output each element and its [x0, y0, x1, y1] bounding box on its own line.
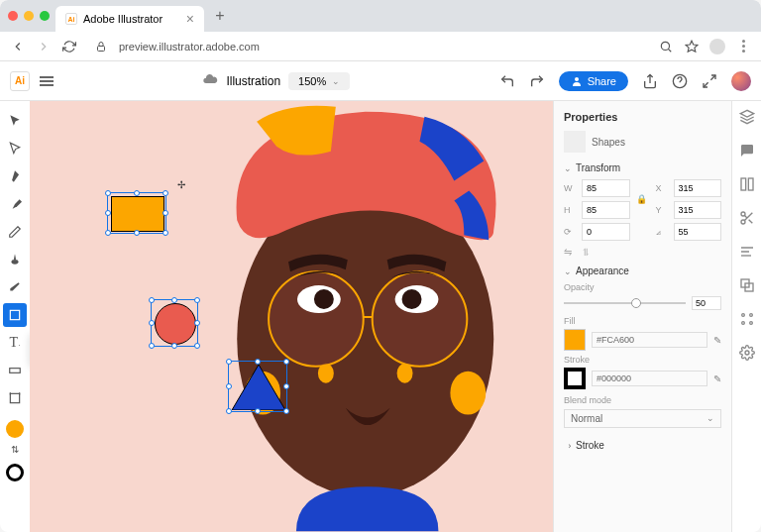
blend-mode-dropdown[interactable]: Normal⌄ [564, 409, 721, 428]
opacity-input[interactable] [692, 296, 721, 310]
svg-rect-9 [10, 310, 19, 319]
canvas[interactable]: ✢ [30, 101, 553, 532]
browser-tab[interactable]: Ai Adobe Illustrator × [55, 6, 204, 32]
artboard-tool[interactable] [3, 386, 27, 410]
appearance-header[interactable]: ⌄Appearance [564, 266, 721, 276]
close-icon[interactable]: × [186, 11, 194, 27]
zoom-dropdown[interactable]: 150%⌄ [288, 72, 350, 90]
shape-tool[interactable] [3, 303, 27, 327]
select-tool[interactable] [3, 109, 27, 133]
properties-panel: Properties Shapes ⌄Transform W 🔒 X H Y ⟳… [553, 101, 731, 532]
export-icon[interactable] [642, 73, 658, 89]
swap-colors-icon[interactable]: ⇅ [3, 442, 27, 456]
pen-tool[interactable] [3, 164, 27, 188]
fill-hex-input[interactable]: #FCA600 [592, 332, 707, 348]
slider-thumb[interactable] [631, 298, 641, 308]
tab-favicon: Ai [65, 13, 77, 25]
pathfinder-icon[interactable] [739, 277, 755, 297]
flip-v-icon[interactable]: ⥮ [582, 247, 590, 258]
share-button[interactable]: Share [559, 71, 628, 91]
blend-mode-label: Blend mode [564, 395, 721, 405]
browser-tabbar: Ai Adobe Illustrator × + [0, 0, 761, 32]
stroke-label: Stroke [564, 355, 721, 365]
svg-rect-0 [98, 46, 105, 51]
right-toolbar [731, 101, 761, 532]
avatar[interactable] [731, 71, 751, 91]
eraser-tool[interactable] [3, 275, 27, 299]
svg-line-7 [704, 82, 708, 87]
app-logo[interactable]: Ai [10, 71, 30, 91]
hamburger-icon[interactable] [40, 76, 54, 86]
svg-point-30 [402, 289, 422, 309]
svg-point-1 [661, 42, 669, 50]
artwork-portrait [30, 101, 553, 532]
chevron-down-icon: ⌄ [564, 266, 572, 276]
repeat-icon[interactable] [739, 311, 755, 331]
canvas-circle-selection[interactable] [151, 299, 198, 347]
url-text[interactable]: preview.illustrator.adobe.com [119, 41, 648, 53]
opacity-slider[interactable] [564, 302, 686, 304]
stroke-section-header[interactable]: ⌄Stroke [564, 440, 721, 451]
stroke-swatch[interactable] [564, 368, 586, 389]
comments-icon[interactable] [739, 143, 755, 162]
star-icon[interactable] [684, 39, 700, 54]
height-label: H [564, 205, 576, 215]
eyedropper-icon[interactable]: ✎ [713, 335, 721, 346]
app-topbar: Ai Illustration 150%⌄ Share [0, 61, 761, 101]
fill-swatch[interactable] [564, 329, 586, 351]
pencil-tool[interactable] [3, 220, 27, 244]
libraries-icon[interactable] [739, 176, 755, 196]
fill-color-swatch[interactable] [6, 420, 24, 438]
search-icon[interactable] [658, 39, 674, 54]
left-toolbar: T. ⇅ [0, 101, 30, 532]
gear-icon[interactable] [739, 345, 755, 365]
svg-point-46 [749, 314, 752, 317]
window-min-dot[interactable] [24, 11, 34, 21]
flip-h-icon[interactable]: ⇋ [564, 247, 572, 258]
stroke-hex-input[interactable]: #000000 [592, 371, 707, 386]
browser-address-bar: preview.illustrator.adobe.com [0, 32, 761, 61]
window-max-dot[interactable] [40, 11, 50, 21]
link-icon[interactable]: 🔒 [636, 194, 650, 204]
undo-icon[interactable] [499, 73, 515, 89]
opacity-label: Opacity [564, 282, 721, 292]
fullscreen-icon[interactable] [702, 73, 717, 89]
fill-label: Fill [564, 316, 721, 326]
y-input[interactable] [674, 201, 722, 219]
shear-icon: ⦞ [656, 227, 668, 238]
window-close-dot[interactable] [8, 11, 18, 21]
width-input[interactable] [582, 179, 630, 197]
svg-point-21 [450, 372, 486, 415]
back-icon[interactable] [10, 39, 26, 54]
type-tool[interactable]: T. [3, 331, 27, 355]
x-input[interactable] [674, 179, 722, 197]
forward-icon[interactable] [36, 39, 52, 54]
svg-point-8 [12, 260, 19, 265]
height-input[interactable] [582, 201, 630, 219]
canvas-triangle-selection[interactable] [228, 361, 287, 412]
redo-icon[interactable] [529, 73, 545, 89]
eyedropper-icon[interactable]: ✎ [713, 373, 721, 384]
layers-icon[interactable] [739, 109, 755, 129]
cloud-icon [202, 71, 218, 90]
gradient-tool[interactable] [3, 359, 27, 382]
reload-icon[interactable] [61, 39, 77, 54]
stroke-color-swatch[interactable] [6, 464, 24, 481]
scissors-icon[interactable] [739, 210, 755, 230]
help-icon[interactable] [672, 73, 688, 89]
svg-point-48 [749, 322, 752, 325]
lock-icon [93, 39, 109, 54]
blob-brush-tool[interactable] [3, 248, 27, 271]
profile-icon[interactable] [709, 39, 725, 54]
shear-input[interactable] [674, 223, 722, 241]
direct-select-tool[interactable] [3, 137, 27, 160]
brush-tool[interactable] [3, 192, 27, 216]
menu-dots-icon[interactable] [735, 39, 751, 54]
svg-line-38 [748, 220, 752, 224]
rotation-input[interactable] [582, 223, 630, 241]
new-tab-button[interactable]: + [210, 7, 230, 25]
align-icon[interactable] [739, 244, 755, 264]
canvas-rectangle-selection[interactable]: ✢ [107, 192, 166, 234]
transform-header[interactable]: ⌄Transform [564, 162, 721, 173]
svg-point-4 [575, 77, 579, 81]
